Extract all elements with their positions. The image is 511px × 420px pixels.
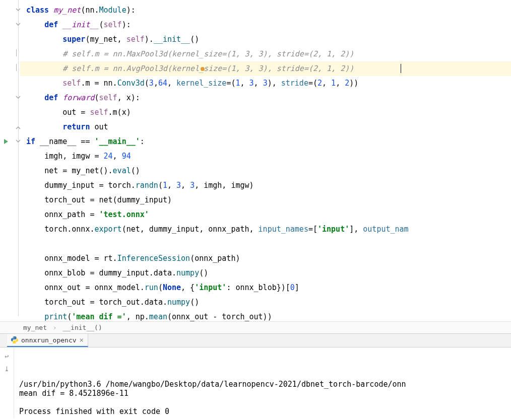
fold-end-icon[interactable] [15,124,21,130]
run-console[interactable]: ↩ ⤓ /usr/bin/python3.6 /home/wangbo/Desk… [0,347,511,418]
fold-toggle-icon[interactable] [15,7,21,13]
code-line[interactable]: super(my_net, self).__init__() [26,32,511,47]
code-line[interactable]: print('mean dif =', np.mean(onnx_out - t… [26,310,511,321]
code-line[interactable]: torch.onnx.export(net, dummy_input, onnx… [26,222,511,237]
svg-rect-1 [16,64,17,71]
scroll-to-end-icon[interactable]: ⤓ [4,365,10,373]
fold-region-icon[interactable] [14,50,20,56]
fold-guide [18,0,19,316]
code-line[interactable]: def forward(self, x): [26,91,511,105]
code-line[interactable]: class my_net(nn.Module): [26,3,511,18]
run-gutter-icon[interactable] [4,139,8,144]
console-line: mean dif = 8.4521896e-11 [19,389,507,398]
console-line: Process finished with exit code 0 [19,407,507,416]
console-line: /usr/bin/python3.6 /home/wangbo/Desktop/… [19,380,507,389]
code-line[interactable]: # self.m = nn.MaxPool3d(kernel_size=(1, … [26,47,511,61]
text-caret [401,64,401,73]
code-line[interactable]: # self.m = nn.AvgPool3d(kernel_size=(1, … [26,61,511,76]
breadcrumb-item[interactable]: __init__() [62,324,102,331]
run-tab-active[interactable]: onnxrun_opencv × [7,334,88,347]
code-line[interactable]: dummy_input = torch.randn(1, 3, 3, imgh,… [26,178,511,193]
run-tab-label: onnxrun_opencv [21,336,77,344]
fold-toggle-icon[interactable] [15,22,21,28]
code-body[interactable]: class my_net(nn.Module): def __init__(se… [26,0,511,321]
code-line[interactable]: onnx_path = 'test.onnx' [26,207,511,222]
code-line[interactable]: torch_out = net(dummy_input) [26,193,511,207]
breadcrumb-bar[interactable]: my_net › __init__() [0,321,511,333]
chevron-right-icon: › [53,324,57,331]
code-line[interactable]: self.m = nn.Conv3d(3,64, kernel_size=(1,… [26,76,511,91]
code-line[interactable]: imgh, imgw = 24, 94 [26,149,511,164]
code-line[interactable]: net = my_net().eval() [26,164,511,178]
soft-wrap-icon[interactable]: ↩ [5,353,9,360]
code-line[interactable]: if __name__ == '__main__': [26,134,511,149]
python-icon [11,336,18,343]
code-line[interactable]: torch_out = torch_out.data.numpy() [26,295,511,310]
breadcrumb-item[interactable]: my_net [23,324,47,331]
code-line[interactable]: onnx_blob = dummy_input.data.numpy() [26,266,511,281]
code-line[interactable]: onnx_model = rt.InferenceSession(onnx_pa… [26,251,511,266]
fold-region-icon[interactable] [14,64,20,71]
fold-toggle-icon[interactable] [15,95,21,101]
code-line[interactable]: return out [26,120,511,134]
fold-toggle-icon[interactable] [15,138,21,145]
code-line[interactable]: onnx_out = onnx_model.run(None, {'input'… [26,281,511,295]
run-tab-bar: onnxrun_opencv × [0,333,511,347]
console-gutter: ↩ ⤓ [0,347,14,418]
warning-icon[interactable] [201,67,205,71]
code-line[interactable] [26,237,511,251]
console-line [19,398,507,407]
close-icon[interactable]: × [80,336,84,344]
editor-gutter [0,0,20,321]
svg-rect-0 [16,49,17,56]
code-editor[interactable]: class my_net(nn.Module): def __init__(se… [0,0,511,321]
code-line[interactable]: out = self.m(x) [26,105,511,120]
code-line[interactable]: def __init__(self): [26,18,511,32]
